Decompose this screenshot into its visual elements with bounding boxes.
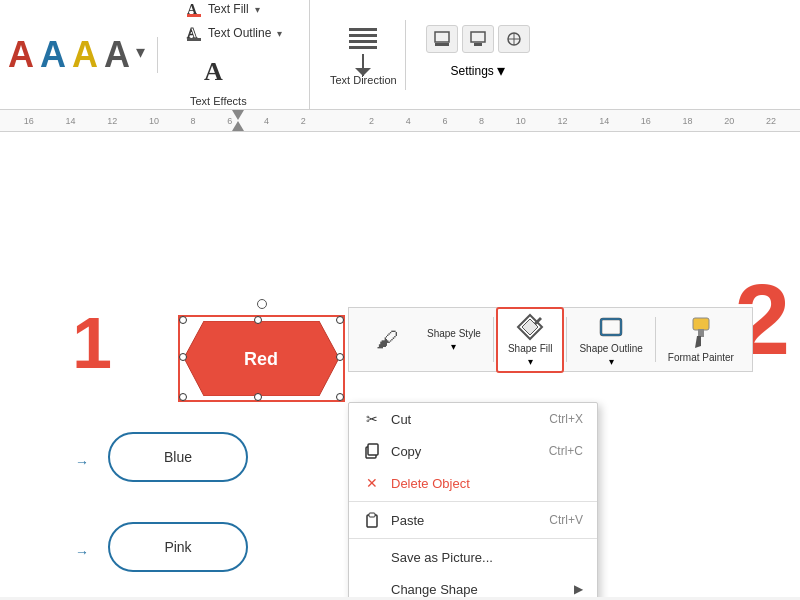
cut-icon: ✂ xyxy=(363,410,381,428)
shape-outline-icon xyxy=(597,313,625,341)
shape-outline-arrow: ▾ xyxy=(609,356,614,367)
menu-divider-2 xyxy=(349,538,597,539)
ribbon: A A A A ▾ A Text Fill ▾ A Text Outl xyxy=(0,0,800,110)
handle-tr[interactable] xyxy=(336,316,344,324)
text-effects-icon: A xyxy=(202,54,234,95)
shape-outline-label: Shape Outline xyxy=(579,343,642,354)
format-painter-button[interactable]: Format Painter xyxy=(658,312,744,367)
svg-rect-24 xyxy=(693,318,709,330)
text-direction-button[interactable]: Text Direction xyxy=(322,20,406,90)
settings-icon-btn-3[interactable] xyxy=(498,25,530,53)
shape-blue-label: Blue xyxy=(164,449,192,465)
settings-icon-btn-2[interactable] xyxy=(462,25,494,53)
settings-icons-row xyxy=(426,25,530,53)
shape-outline-button[interactable]: Shape Outline ▾ xyxy=(569,309,652,371)
svg-rect-27 xyxy=(368,444,378,455)
shape-blue[interactable]: Blue xyxy=(108,432,248,482)
svg-rect-14 xyxy=(474,43,482,46)
paste-icon xyxy=(363,511,381,529)
svg-text:Red: Red xyxy=(244,349,278,369)
handle-ml[interactable] xyxy=(179,353,187,361)
handle-br[interactable] xyxy=(336,393,344,401)
text-fill-label: Text Fill xyxy=(208,2,249,16)
svg-rect-6 xyxy=(349,34,377,37)
shape-toolbar: 🖌 Shape Style ▾ Shape Fill ▾ xyxy=(348,307,753,372)
rotation-handle[interactable] xyxy=(257,299,267,309)
ruler-numbers: 16 14 12 10 8 6 4 2 2 4 6 8 10 12 14 16 … xyxy=(8,116,792,126)
menu-item-delete[interactable]: ✕ Delete Object xyxy=(349,467,597,499)
settings-button[interactable]: Settings ▾ xyxy=(442,57,512,84)
canvas-area: 1 2 → → Blue Pink Orange Red xyxy=(0,132,800,597)
text-outline-arrow: ▾ xyxy=(277,28,282,39)
text-fill-button[interactable]: A Text Fill ▾ xyxy=(182,0,297,20)
settings-label: Settings xyxy=(450,64,493,78)
change-shape-icon xyxy=(363,580,381,597)
menu-label-copy: Copy xyxy=(391,444,421,459)
shape-pink[interactable]: Pink xyxy=(108,522,248,572)
hexagon-container[interactable]: Red xyxy=(184,321,339,396)
text-outline-button[interactable]: A Text Outline ▾ xyxy=(182,22,297,44)
svg-rect-5 xyxy=(349,28,377,31)
font-a-gray-button[interactable]: A xyxy=(104,37,130,73)
copy-icon xyxy=(363,442,381,460)
svg-rect-3 xyxy=(187,38,201,41)
ruler-marker-top xyxy=(232,110,244,120)
text-direction-icon xyxy=(345,24,381,74)
font-a-gold-button[interactable]: A xyxy=(72,37,98,73)
menu-divider-1 xyxy=(349,501,597,502)
menu-label-change-shape: Change Shape xyxy=(391,582,478,597)
toolbar-separator-2 xyxy=(566,317,567,362)
menu-label-delete: Delete Object xyxy=(391,476,470,491)
font-dropdown-button[interactable]: ▾ xyxy=(136,41,145,63)
paint-brush-icon: 🖌 xyxy=(376,327,398,353)
svg-rect-22 xyxy=(601,319,621,335)
text-tools-group: A Text Fill ▾ A Text Outline ▾ A xyxy=(170,0,310,111)
paste-shortcut: Ctrl+V xyxy=(549,513,583,527)
svg-rect-11 xyxy=(435,32,449,42)
text-effects-label: Text Effects xyxy=(190,95,247,107)
handle-bl[interactable] xyxy=(179,393,187,401)
text-fill-arrow: ▾ xyxy=(255,4,260,15)
red-shape-svg[interactable]: Red xyxy=(184,321,339,396)
shape-style-button[interactable]: Shape Style ▾ xyxy=(417,324,491,356)
format-painter-icon xyxy=(687,316,715,350)
handle-mr[interactable] xyxy=(336,353,344,361)
text-fill-icon: A xyxy=(186,0,204,18)
svg-rect-8 xyxy=(349,46,377,49)
font-a-red-button[interactable]: A xyxy=(8,37,34,73)
svg-rect-7 xyxy=(349,40,377,43)
menu-item-save-picture[interactable]: Save as Picture... xyxy=(349,541,597,573)
shape-fill-button[interactable]: Shape Fill ▾ xyxy=(496,307,564,373)
shape-fill-icon xyxy=(516,313,544,341)
toolbar-separator-1 xyxy=(493,317,494,362)
menu-item-copy[interactable]: Copy Ctrl+C xyxy=(349,435,597,467)
format-painter-label: Format Painter xyxy=(668,352,734,363)
ruler: 16 14 12 10 8 6 4 2 2 4 6 8 10 12 14 16 … xyxy=(0,110,800,132)
menu-item-change-shape[interactable]: Change Shape ▶ xyxy=(349,573,597,597)
arrow-blue: → xyxy=(75,454,89,470)
settings-icon-btn-1[interactable] xyxy=(426,25,458,53)
menu-item-cut[interactable]: ✂ Cut Ctrl+X xyxy=(349,403,597,435)
shape-fill-arrow: ▾ xyxy=(528,356,533,367)
svg-rect-1 xyxy=(187,14,201,17)
shape-style-arrow: ▾ xyxy=(451,341,456,352)
cut-shortcut: Ctrl+X xyxy=(549,412,583,426)
font-styles-group: A A A A ▾ xyxy=(8,37,158,73)
save-picture-icon xyxy=(363,548,381,566)
handle-tc[interactable] xyxy=(254,316,262,324)
shape-pink-label: Pink xyxy=(164,539,191,555)
handle-tl[interactable] xyxy=(179,316,187,324)
svg-rect-12 xyxy=(435,43,449,46)
font-a-blue-button[interactable]: A xyxy=(40,37,66,73)
menu-label-save-picture: Save as Picture... xyxy=(391,550,493,565)
text-effects-button[interactable]: A Text Effects xyxy=(182,50,255,111)
svg-text:A: A xyxy=(204,57,223,86)
selection-border: Red xyxy=(178,315,345,402)
shape-style-area: 🖌 xyxy=(357,323,417,357)
handle-bc[interactable] xyxy=(254,393,262,401)
menu-item-paste[interactable]: Paste Ctrl+V xyxy=(349,504,597,536)
settings-section: Settings ▾ xyxy=(418,25,538,84)
shape-fill-label: Shape Fill xyxy=(508,343,552,354)
ruler-marker-bottom xyxy=(232,121,244,131)
annotation-number-1: 1 xyxy=(72,302,112,384)
